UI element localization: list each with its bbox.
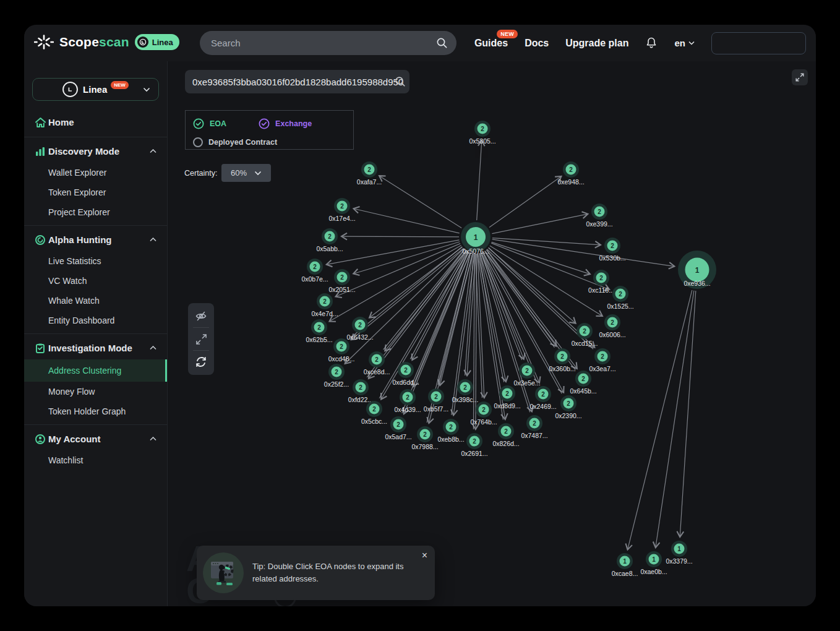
graph-node[interactable]: 20x7988... [411,426,438,450]
legend-eoa[interactable]: EOA [193,118,226,129]
sidebar-item-whale-watch[interactable]: Whale Watch [24,291,167,311]
svg-text:2: 2 [619,291,622,298]
sidebar-item-vc-watch[interactable]: VC Watch [24,271,167,291]
graph-node[interactable]: 20x2469... [529,386,556,410]
legend-deployed-contract[interactable]: Deployed Contract [193,137,277,147]
graph-node-label: 0x6432... [346,333,373,341]
svg-text:2: 2 [317,324,321,331]
nav-docs[interactable]: Docs [525,38,549,49]
graph-node[interactable]: 20x4d39... [394,389,421,413]
graph-node-label: 0x764b... [470,418,497,426]
sidebar-item-token-explorer[interactable]: Token Explorer [24,182,167,202]
graph-node[interactable]: 20x6432... [346,317,373,341]
sidebar-item-address-clustering[interactable]: Address Clustering [24,359,167,382]
graph-node[interactable]: 20x530b... [599,238,625,262]
sidebar-item-money-flow[interactable]: Money Flow [24,382,167,401]
search-icon[interactable] [436,37,448,49]
graph-node[interactable]: 20x4e7d... [311,293,338,317]
sidebar-item-watchlist[interactable]: Watchlist [24,450,167,470]
language-selector[interactable]: en [674,38,695,48]
graph-node[interactable]: 20x826d... [492,423,519,447]
graph-node[interactable]: 20x5abb... [316,228,343,252]
graph-node[interactable]: 20x5cbc... [361,401,387,425]
graph-node[interactable]: 10xae0b... [640,551,667,575]
search-input[interactable] [200,38,436,48]
sidebar-section-my-account[interactable]: My Account [24,427,167,450]
graph-node[interactable]: 20x7487... [521,415,547,439]
svg-text:2: 2 [525,367,529,374]
graph-node-label: 0x4e7d... [311,310,338,317]
graph-node[interactable]: 20xafa7... [357,161,382,186]
graph-node[interactable]: 20xc116... [588,270,614,294]
graph-node[interactable]: 20x6006... [599,314,625,338]
graph-node[interactable]: 20xb5f7... [424,388,448,413]
sidebar-item-wallet-explorer[interactable]: Wallet Explorer [24,163,167,182]
sidebar-section-investigation-mode[interactable]: Investigation Mode [24,337,167,359]
graph-node[interactable]: 20x2051... [328,269,355,293]
graph-node[interactable]: 20x17e4... [328,198,355,222]
hide-labels-button[interactable] [188,305,214,327]
graph-node[interactable]: 10xcae8... [612,553,638,577]
divider [24,137,167,137]
expand-graph-button[interactable] [188,328,214,350]
graph-node[interactable]: 20x360b... [549,348,575,372]
header-action-box[interactable] [711,32,806,54]
notifications-bell-icon[interactable] [645,36,658,49]
sidebar-item-live-statistics[interactable]: Live Statistics [24,251,167,271]
legend-exchange[interactable]: Exchange [259,118,312,129]
sidebar-section-discovery-mode[interactable]: Discovery Mode [24,140,167,163]
sidebar-section-alpha-hunting[interactable]: Alpha Hunting [24,228,167,251]
graph-node[interactable]: 20x5805... [469,121,495,145]
graph-node[interactable]: 20x764b... [470,401,497,426]
svg-text:2: 2 [611,319,614,326]
network-selector[interactable]: Linea NEW [32,78,159,101]
graph-edge [656,291,694,548]
svg-text:2: 2 [560,353,564,360]
graph-node[interactable]: 20xe399... [586,204,612,228]
graph-node-label: 0xe399... [586,220,612,228]
graph-node[interactable]: 20x62b5... [306,319,332,343]
graph-node[interactable]: 20xd8d9... [494,385,520,410]
new-badge: NEW [111,81,129,89]
graph-node[interactable]: 20x3ea7... [589,348,615,372]
network-badge[interactable]: Linea [135,34,179,50]
tip-toast: Tip: Double Click EOA nodes to expand it… [197,546,435,600]
graph-node[interactable]: 20x2691... [461,433,487,457]
sidebar-item-home[interactable]: Home [24,111,167,134]
graph-node[interactable]: 20x2390... [555,395,581,419]
graph-node-label: 0x4d39... [394,406,421,413]
search-icon[interactable] [395,76,406,87]
graph-node-label: 0x6006... [599,331,625,338]
graph-node[interactable]: 20xfd22... [348,379,373,403]
graph-node-label: 0xcd15... [572,340,598,347]
svg-text:1: 1 [474,233,478,242]
sidebar-item-project-explorer[interactable]: Project Explorer [24,202,167,222]
graph-node-label: 0xd6dd... [392,379,419,386]
fullscreen-button[interactable] [792,69,808,85]
graph-node[interactable]: 20x0b7e... [301,259,328,283]
graph-node[interactable]: 10x3379... [666,541,692,565]
graph-edge [628,290,692,550]
nav-guides[interactable]: Guides NEW [474,38,508,49]
chevron-down-icon [143,87,150,92]
graph-node[interactable]: 20xce8d... [364,351,390,376]
refresh-button[interactable] [188,351,214,373]
graph-node[interactable]: 10x5076... [461,222,491,255]
sidebar-item-entity-dashboard[interactable]: Entity Dashboard [24,311,167,330]
graph-node[interactable]: 20x645b... [570,371,596,395]
graph-node[interactable]: 20x25f2... [324,364,349,388]
graph-node[interactable]: 10xe936... [678,251,716,289]
brand[interactable]: Scopescan Linea [34,34,179,50]
svg-text:2: 2 [367,166,371,173]
graph-node[interactable]: 20x5ad7... [385,416,411,440]
close-icon[interactable]: × [422,551,427,560]
tip-illustration [203,552,244,593]
address-input[interactable] [185,77,408,87]
graph-node[interactable]: 20xcd15... [572,323,598,347]
nav-upgrade-plan[interactable]: Upgrade plan [565,38,628,49]
sidebar-item-token-holder-graph[interactable]: Token Holder Graph [24,401,167,421]
graph-node[interactable]: 20xeb8b... [437,419,464,443]
graph-node[interactable]: 20xe948... [557,161,584,186]
svg-text:2: 2 [396,421,400,428]
certainty-dropdown[interactable]: 60% [221,164,271,182]
